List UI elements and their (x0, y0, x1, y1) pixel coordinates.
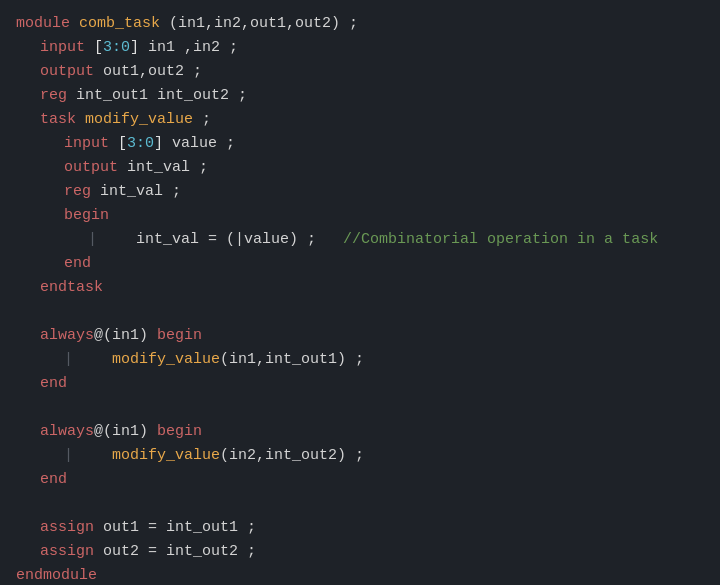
line-input2: input [3:0] value ; (16, 132, 704, 156)
blank-line-2 (16, 396, 704, 420)
code-block: module comb_task (in1,in2,out1,out2) ; i… (0, 0, 720, 585)
line-reg2: reg int_val ; (16, 180, 704, 204)
line-input1: input [3:0] in1 ,in2 ; (16, 36, 704, 60)
line-task: task modify_value ; (16, 108, 704, 132)
line-module: module comb_task (in1,in2,out1,out2) ; (16, 12, 704, 36)
line-modify1: | modify_value (in1,int_out1) ; (16, 348, 704, 372)
line-reg1: reg int_out1 int_out2 ; (16, 84, 704, 108)
keyword-module: module (16, 12, 70, 36)
module-name: comb_task (79, 12, 160, 36)
line-endtask: endtask (16, 276, 704, 300)
line-end3: end (16, 468, 704, 492)
line-end1: end (16, 252, 704, 276)
line-assign-intval: | int_val = (|value) ; //Combinatorial o… (16, 228, 704, 252)
line-output2: output int_val ; (16, 156, 704, 180)
line-endmodule: endmodule (16, 564, 704, 585)
line-assign-out1: assign out1 = int_out1 ; (16, 516, 704, 540)
line-assign-out2: assign out2 = int_out2 ; (16, 540, 704, 564)
blank-line-1 (16, 300, 704, 324)
line-begin1: begin (16, 204, 704, 228)
line-modify2: | modify_value (in2,int_out2) ; (16, 444, 704, 468)
line-always1: always @(in1) begin (16, 324, 704, 348)
line-always2: always @(in1) begin (16, 420, 704, 444)
blank-line-3 (16, 492, 704, 516)
line-end2: end (16, 372, 704, 396)
line-output1: output out1,out2 ; (16, 60, 704, 84)
